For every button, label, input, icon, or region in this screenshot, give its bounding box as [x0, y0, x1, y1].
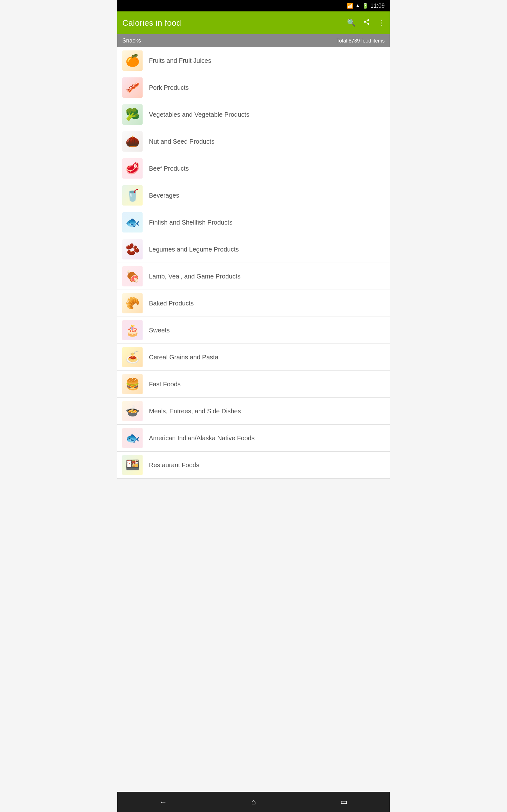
food-thumbnail: 🐟 — [122, 212, 143, 233]
food-category-label: Baked Products — [149, 300, 193, 307]
food-category-label: Finfish and Shellfish Products — [149, 219, 232, 226]
snacks-label: Snacks — [122, 38, 141, 44]
food-thumbnail: 🥩 — [122, 158, 143, 179]
food-thumbnail: 🍲 — [122, 401, 143, 421]
food-category-label: Restaurant Foods — [149, 461, 199, 469]
food-category-label: Pork Products — [149, 84, 189, 91]
food-thumbnail: 🫘 — [122, 239, 143, 259]
food-category-item[interactable]: 🍝Cereal Grains and Pasta — [117, 344, 390, 371]
food-category-label: Meals, Entrees, and Side Dishes — [149, 408, 241, 415]
toolbar-actions: 🔍 ⋮ — [347, 18, 385, 27]
search-icon[interactable]: 🔍 — [347, 19, 355, 27]
food-category-item[interactable]: 🥦Vegetables and Vegetable Products — [117, 101, 390, 128]
status-icons: 📶 ▲ 🔋 11:09 — [347, 3, 385, 9]
food-category-label: Legumes and Legume Products — [149, 246, 239, 253]
battery-icon: 🔋 — [362, 3, 369, 9]
food-category-item[interactable]: 🫘Legumes and Legume Products — [117, 236, 390, 263]
share-icon[interactable] — [363, 18, 370, 27]
food-thumbnail: 🥦 — [122, 104, 143, 125]
food-thumbnail: 🐟 — [122, 428, 143, 448]
food-category-label: Sweets — [149, 327, 170, 334]
food-category-label: Beef Products — [149, 165, 189, 172]
food-category-item[interactable]: 🥓Pork Products — [117, 74, 390, 101]
total-items-label: Total 8789 food items — [337, 38, 385, 44]
food-thumbnail: 🌰 — [122, 131, 143, 152]
food-thumbnail: 🥓 — [122, 78, 143, 98]
food-category-label: Nut and Seed Products — [149, 138, 215, 145]
food-thumbnail: 🥤 — [122, 185, 143, 206]
food-thumbnail: 🥐 — [122, 293, 143, 313]
food-category-item[interactable]: 🍖Lamb, Veal, and Game Products — [117, 263, 390, 290]
food-category-list: 🍊Fruits and Fruit Juices🥓Pork Products🥦V… — [117, 47, 390, 478]
status-bar: 📶 ▲ 🔋 11:09 — [117, 0, 390, 11]
app-title: Calories in food — [122, 18, 181, 28]
food-category-item[interactable]: 🍔Fast Foods — [117, 371, 390, 398]
food-category-label: Cereal Grains and Pasta — [149, 354, 218, 361]
food-category-label: Beverages — [149, 192, 179, 199]
food-category-item[interactable]: 🍲Meals, Entrees, and Side Dishes — [117, 398, 390, 425]
food-thumbnail: 🍖 — [122, 266, 143, 287]
more-options-icon[interactable]: ⋮ — [378, 19, 385, 27]
food-category-label: Lamb, Veal, and Game Products — [149, 273, 240, 280]
food-thumbnail: 🍝 — [122, 347, 143, 367]
food-category-label: Vegetables and Vegetable Products — [149, 111, 249, 118]
food-category-item[interactable]: 🎂Sweets — [117, 317, 390, 344]
food-category-item[interactable]: 🐟Finfish and Shellfish Products — [117, 209, 390, 236]
food-category-item[interactable]: 🐟American Indian/Alaska Native Foods — [117, 425, 390, 452]
signal-icon: ▲ — [355, 3, 360, 9]
status-time: 11:09 — [371, 3, 385, 9]
food-thumbnail: 🍱 — [122, 455, 143, 475]
food-category-label: Fast Foods — [149, 380, 181, 388]
food-category-item[interactable]: 🌰Nut and Seed Products — [117, 128, 390, 155]
food-category-item[interactable]: 🥤Beverages — [117, 182, 390, 209]
food-category-label: American Indian/Alaska Native Foods — [149, 435, 255, 442]
food-category-label: Fruits and Fruit Juices — [149, 57, 211, 64]
food-category-item[interactable]: 🍊Fruits and Fruit Juices — [117, 47, 390, 74]
food-category-item[interactable]: 🍱Restaurant Foods — [117, 452, 390, 478]
list-header: Snacks Total 8789 food items — [117, 34, 390, 47]
food-thumbnail: 🍔 — [122, 374, 143, 394]
food-category-item[interactable]: 🥩Beef Products — [117, 155, 390, 182]
toolbar: Calories in food 🔍 ⋮ — [117, 11, 390, 34]
food-thumbnail: 🍊 — [122, 50, 143, 71]
food-thumbnail: 🎂 — [122, 320, 143, 340]
food-category-item[interactable]: 🥐Baked Products — [117, 290, 390, 317]
wifi-icon: 📶 — [347, 3, 353, 9]
